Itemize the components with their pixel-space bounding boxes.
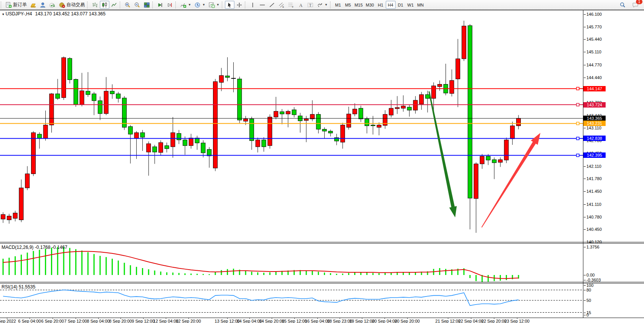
svg-text:F: F [292, 6, 294, 8]
cursor-tool-button[interactable] [225, 1, 234, 9]
candle-body [450, 81, 454, 94]
candle-body [177, 133, 181, 140]
timeframe-H4[interactable]: H4 [386, 1, 396, 9]
autotrading-button[interactable]: 自动交易 [57, 1, 86, 9]
candle-body [304, 119, 309, 121]
candle-body [292, 110, 296, 115]
tile-windows-button[interactable] [142, 1, 152, 9]
candle-body [238, 79, 242, 120]
time-tick-label: 7 Sep 12:00 [64, 319, 87, 323]
timeframe-MN[interactable]: MN [416, 1, 426, 9]
timeframe-M15[interactable]: M15 [353, 1, 364, 9]
time-tick [143, 318, 144, 319]
window-menu-icon[interactable]: ▾ [2, 12, 4, 16]
time-tick-label: 13 Sep 12:00 [215, 319, 239, 323]
time-tick-label: 20 Sep 04:00 [372, 319, 397, 323]
support-line-price-label: 142.395 [583, 152, 606, 158]
toolbar-grip[interactable] [330, 2, 332, 8]
chart-shift-icon [167, 2, 173, 8]
chart-shift-button[interactable] [165, 1, 175, 9]
candle-body [13, 213, 17, 219]
time-tick [448, 318, 448, 319]
line-handle [576, 137, 579, 140]
toolbar-grip[interactable] [120, 2, 122, 8]
horizontal-line-icon [259, 2, 266, 8]
arrow-shapes-icon [317, 2, 323, 8]
chart-canvas[interactable] [0, 0, 644, 323]
toolbar-grip[interactable] [1, 2, 3, 8]
timeframe-M1[interactable]: M1 [333, 1, 343, 9]
toolbar-grip[interactable] [222, 2, 224, 8]
rsi-indicator-label: RSI(14) 51.5535 [2, 284, 35, 290]
down-trend-arrow[interactable] [429, 91, 457, 217]
indicators-button[interactable]: ▼ [178, 1, 193, 9]
candle-body [365, 119, 369, 126]
vertical-line-tool-button[interactable] [248, 1, 258, 9]
resistance-line-price-label: 143.724 [583, 102, 606, 108]
toolbar-grip[interactable] [152, 2, 155, 8]
time-tick-label: 8 Sep 04:00 [87, 319, 109, 323]
time-tick-label: 20 Sep 20:00 [395, 319, 419, 323]
chart-ohlc-values: 143.170 143.452 143.077 143.365 [35, 11, 106, 17]
timeframe-M5[interactable]: M5 [343, 1, 353, 9]
candle-body [462, 26, 466, 59]
channel-tool-button[interactable]: E [277, 1, 286, 9]
autotrading-globe-icon [59, 2, 65, 8]
panel-separator[interactable] [0, 283, 644, 283]
candle-body [286, 111, 290, 114]
toolbar-grip[interactable] [175, 2, 178, 8]
timeframe-D1[interactable]: D1 [396, 1, 406, 9]
chart-area[interactable] [0, 0, 644, 323]
auto-scroll-button[interactable] [155, 1, 165, 9]
panel-separator[interactable] [0, 243, 644, 243]
axis-tick-label: 145.440 [586, 37, 602, 41]
account-button[interactable] [38, 1, 48, 9]
axis-tick-label: 145.110 [586, 50, 601, 54]
panel-separator[interactable] [0, 282, 644, 282]
templates-button[interactable]: ▼ [207, 1, 221, 9]
timeframe-W1[interactable]: W1 [406, 1, 416, 9]
horizontal-line-tool-button[interactable] [258, 1, 267, 9]
zoom-in-button[interactable] [123, 1, 132, 9]
axis-tick-label: 142.110 [586, 164, 601, 169]
line-chart-button[interactable] [109, 1, 119, 9]
panel-separator[interactable] [0, 242, 644, 242]
candle-body [25, 174, 30, 188]
candle-body [68, 58, 72, 80]
search-button[interactable] [618, 1, 627, 9]
time-tick [76, 318, 76, 319]
toolbar-grip[interactable] [245, 2, 247, 8]
axis-tick-label: 0.00 [586, 273, 594, 277]
svg-text:T: T [309, 3, 311, 7]
up-trend-arrow[interactable] [481, 133, 540, 228]
bar-chart-button[interactable] [90, 1, 100, 9]
signal-button[interactable] [48, 1, 57, 9]
toolbar-grip[interactable] [87, 2, 89, 8]
rsi-level-lines [0, 290, 583, 313]
candlestick-chart-button[interactable] [100, 1, 109, 9]
new-order-icon [5, 2, 12, 8]
signal-icon [49, 2, 56, 8]
arrows-tool-button[interactable]: ▼ [315, 1, 329, 9]
periods-button[interactable]: ▼ [193, 1, 207, 9]
text-label-tool-button[interactable]: T [305, 1, 315, 9]
svg-text:A: A [299, 2, 302, 8]
candle-body [316, 114, 320, 129]
trendline-tool-button[interactable] [267, 1, 277, 9]
timeframe-M30[interactable]: M30 [364, 1, 375, 9]
candle-body [183, 140, 187, 146]
notifications-button[interactable]: 1 [631, 1, 640, 9]
chart-symbol-period: USDJPY-,H4 [6, 11, 32, 17]
text-tool-button[interactable]: A [296, 1, 305, 9]
new-order-button[interactable]: 新订单 [4, 1, 28, 9]
candle-body [322, 129, 327, 131]
axis-tick-label: 100 [586, 283, 593, 288]
axis-tick-label: 143.110 [586, 126, 601, 130]
zoom-out-button[interactable] [132, 1, 142, 9]
fibonacci-tool-button[interactable]: F [286, 1, 296, 9]
candle-body [104, 91, 108, 114]
axis-tick-label: 141.110 [586, 202, 601, 207]
crosshair-tool-button[interactable] [234, 1, 244, 9]
timeframe-H1[interactable]: H1 [376, 1, 386, 9]
gold-button[interactable] [28, 1, 38, 9]
